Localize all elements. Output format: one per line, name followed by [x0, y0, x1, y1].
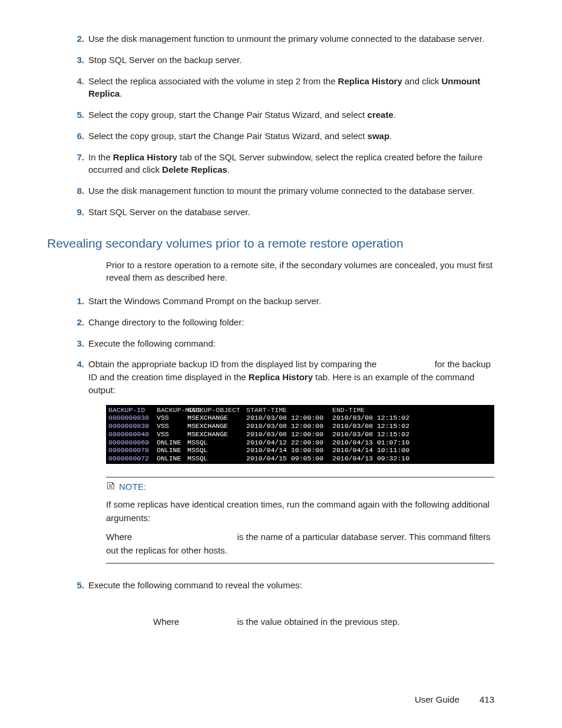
step-text: Start the Windows Command Prompt on the …: [88, 296, 321, 306]
cell: 2010/03/08 12:00:00: [246, 430, 332, 439]
note-label-text: NOTE:: [119, 482, 146, 492]
cell: MSEXCHANGE: [187, 422, 246, 430]
step-number: 3.: [68, 337, 84, 350]
step-number: 2.: [68, 32, 84, 45]
list-item: 3.Execute the following command:: [88, 337, 494, 350]
section-heading: Revealing secondary volumes prior to a r…: [47, 236, 494, 251]
step-text: In the Replica History tab of the SQL Se…: [88, 152, 482, 175]
note-paragraph-1: If some replicas have identical creation…: [106, 498, 494, 525]
note-box: NOTE: If some replicas have identical cr…: [106, 477, 494, 564]
col-header: END-TIME: [332, 406, 418, 414]
section-intro: Prior to a restore operation to a remote…: [106, 259, 494, 285]
cell: 2010/04/12 22:00:00: [246, 439, 332, 447]
cell: 2010/04/15 09:05:00: [246, 454, 332, 463]
step-text: Execute the following command:: [88, 338, 216, 348]
table-row: 0000000070ONLINEMSSQL2010/04/14 10:00:00…: [108, 446, 492, 454]
note-where-prefix: Where: [106, 532, 134, 542]
list-item: 5.Execute the following command to revea…: [88, 579, 494, 592]
table-header: BACKUP-IDBACKUP-MODEBACKUP-OBJECTSTART-T…: [108, 406, 492, 414]
cell: MSEXCHANGE: [187, 414, 246, 422]
col-header: BACKUP-MODE: [157, 406, 187, 414]
steps-list-reveal: 1.Start the Windows Command Prompt on th…: [47, 295, 494, 397]
cell: 2010/03/08 12:15:02: [332, 414, 418, 422]
cell: 0000000069: [108, 439, 157, 447]
step-number: 1.: [68, 295, 84, 308]
list-item: 8.Use the disk management function to mo…: [88, 185, 494, 197]
cell: 2010/04/13 09:32:10: [332, 454, 418, 463]
footer-page-number: 413: [480, 694, 494, 704]
step-text: Execute the following command to reveal …: [88, 580, 302, 590]
cell: 0000000040: [108, 430, 157, 439]
command-output-table: BACKUP-IDBACKUP-MODEBACKUP-OBJECTSTART-T…: [106, 405, 494, 465]
cell: 2010/03/08 12:00:00: [246, 414, 332, 422]
step-number: 7.: [68, 151, 84, 164]
step-text: Select the replica associated with the v…: [88, 76, 480, 99]
note-where-suffix: is the name of a particular database ser…: [106, 532, 490, 555]
step-text: Use the disk management function to unmo…: [88, 34, 484, 44]
step-number: 4.: [68, 75, 84, 88]
table-row: 0000000039VSSMSEXCHANGE2010/03/08 12:00:…: [108, 422, 492, 430]
col-header: BACKUP-OBJECT: [187, 406, 246, 414]
note-icon: [106, 481, 115, 492]
cell: ONLINE: [157, 454, 187, 463]
step-number: 3.: [68, 54, 84, 67]
list-item: 2.Use the disk management function to un…: [88, 32, 494, 45]
cell: 0000000039: [108, 422, 157, 430]
cell: ONLINE: [157, 446, 187, 454]
list-item: 9.Start SQL Server on the database serve…: [88, 206, 494, 219]
list-item: 4.Select the replica associated with the…: [88, 75, 494, 101]
steps-list-reveal-cont: 5.Execute the following command to revea…: [47, 579, 494, 592]
list-item: 4.Obtain the appropriate backup ID from …: [88, 358, 494, 396]
cell: MSSQL: [187, 454, 246, 463]
step-text: Start SQL Server on the database server.: [88, 207, 250, 217]
step-text: Obtain the appropriate backup ID from th…: [88, 359, 491, 395]
cell: 2010/03/08 12:00:00: [246, 422, 332, 430]
step-text: Stop SQL Server on the backup server.: [88, 55, 242, 65]
cell: MSSQL: [187, 446, 246, 454]
list-item: 6.Select the copy group, start the Chang…: [88, 130, 494, 143]
page-footer: User Guide 413: [415, 694, 494, 704]
step-number: 5.: [68, 108, 84, 121]
step-text: Select the copy group, start the Change …: [88, 110, 396, 120]
step-text: Use the disk management function to moun…: [88, 186, 474, 196]
tail-line: Where is the value obtained in the previ…: [153, 615, 494, 629]
cell: ONLINE: [157, 439, 187, 447]
cell: 2010/04/13 01:07:10: [332, 439, 418, 447]
list-item: 7.In the Replica History tab of the SQL …: [88, 151, 494, 177]
col-header: START-TIME: [246, 406, 332, 414]
note-paragraph-2: Where is the name of a particular databa…: [106, 531, 494, 557]
step-number: 6.: [68, 130, 84, 143]
col-header: BACKUP-ID: [108, 406, 157, 414]
step-text: Select the copy group, start the Change …: [88, 131, 392, 141]
cell: VSS: [157, 430, 187, 439]
cell: VSS: [157, 422, 187, 430]
step-number: 5.: [68, 579, 84, 592]
table-row: 0000000072ONLINEMSSQL2010/04/15 09:05:00…: [108, 454, 492, 463]
step-number: 9.: [68, 206, 84, 219]
step-text: Change directory to the following folder…: [88, 317, 244, 327]
table-row: 0000000040VSSMSEXCHANGE2010/03/08 12:00:…: [108, 430, 492, 439]
step-number: 8.: [68, 185, 84, 197]
cell: 2010/04/14 10:00:00: [246, 446, 332, 454]
step-number: 4.: [68, 358, 84, 371]
cell: MSSQL: [187, 439, 246, 447]
cell: 0000000072: [108, 454, 157, 463]
tail-where-prefix: Where: [153, 617, 181, 627]
table-row: 0000000069ONLINEMSSQL2010/04/12 22:00:00…: [108, 439, 492, 447]
list-item: 3.Stop SQL Server on the backup server.: [88, 54, 494, 67]
footer-title: User Guide: [415, 694, 459, 704]
cell: VSS: [157, 414, 187, 422]
list-item: 5.Select the copy group, start the Chang…: [88, 108, 494, 121]
cell: 2010/03/08 12:15:02: [332, 422, 418, 430]
steps-list-top: 2.Use the disk management function to un…: [47, 32, 494, 219]
list-item: 1.Start the Windows Command Prompt on th…: [88, 295, 494, 308]
cell: 2010/03/08 12:15:02: [332, 430, 418, 439]
list-item: 2.Change directory to the following fold…: [88, 316, 494, 329]
cell: MSEXCHANGE: [187, 430, 246, 439]
cell: 2010/04/14 10:11:00: [332, 446, 418, 454]
cell: 0000000038: [108, 414, 157, 422]
cell: 0000000070: [108, 446, 157, 454]
step-number: 2.: [68, 316, 84, 329]
table-row: 0000000038VSSMSEXCHANGE2010/03/08 12:00:…: [108, 414, 492, 422]
tail-where-suffix: is the value obtained in the previous st…: [237, 617, 400, 627]
